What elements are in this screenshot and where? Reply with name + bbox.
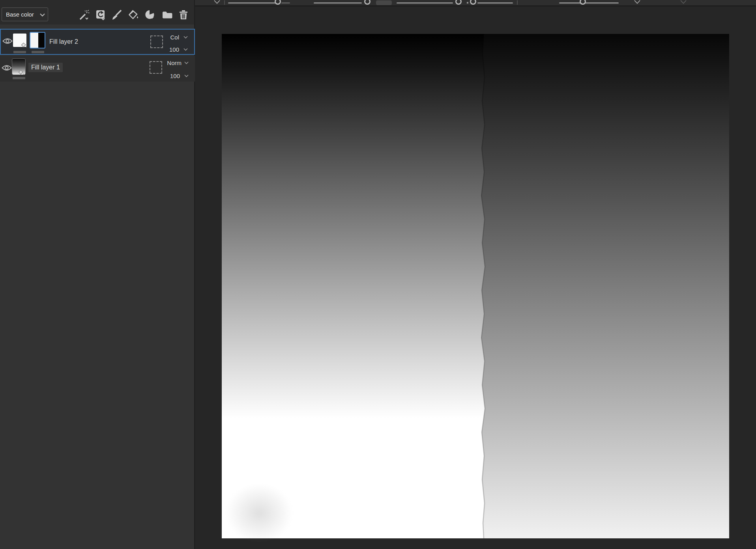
slider-track[interactable] — [228, 2, 278, 4]
toolbar-tick — [467, 2, 468, 4]
blend-mode-dropdown[interactable]: Col — [170, 34, 179, 41]
slider-knob[interactable] — [580, 0, 586, 5]
layer-row-fill-layer-1[interactable]: Fill layer 1 Norm 100 — [0, 56, 195, 82]
layer-mask-thumbnail[interactable] — [30, 32, 45, 49]
paint-brush-button[interactable] — [110, 9, 123, 21]
paint-bucket-button[interactable] — [127, 9, 140, 21]
layer-name: Fill layer 2 — [49, 38, 78, 45]
visibility-eye-icon[interactable] — [2, 64, 12, 71]
folder-icon — [161, 9, 173, 21]
layer-row-fill-layer-2[interactable]: Fill layer 2 Col 100 — [0, 29, 195, 55]
toolbar-divider — [517, 0, 518, 5]
fill-layer-badge-icon — [18, 69, 24, 76]
chevron-down-icon[interactable] — [184, 75, 189, 77]
slider-track[interactable] — [477, 2, 513, 4]
layer-name: Fill layer 1 — [28, 63, 63, 72]
mask-pie-button[interactable] — [144, 9, 156, 21]
mask-channel-bar — [32, 51, 44, 53]
channel-dropdown-value: Base color — [6, 11, 34, 18]
paint-bucket-icon — [127, 9, 139, 21]
opacity-value[interactable]: 100 — [170, 73, 180, 79]
thumbnail-channel-bar — [13, 51, 26, 53]
new-folder-button[interactable] — [161, 9, 174, 21]
slider-knob[interactable] — [275, 0, 281, 5]
toolbar-pill-button[interactable] — [376, 0, 392, 5]
visibility-eye-icon[interactable] — [2, 37, 13, 45]
chevron-down-icon — [40, 13, 45, 17]
chevron-down-icon[interactable] — [634, 0, 640, 4]
channel-dropdown[interactable]: Base color — [2, 7, 48, 21]
magic-wand-icon — [78, 9, 90, 21]
chevron-down-icon[interactable] — [214, 0, 220, 4]
material-preview-placeholder[interactable] — [150, 61, 162, 74]
blend-mode-dropdown[interactable]: Norm — [167, 60, 182, 66]
slider-track-unfilled[interactable] — [281, 2, 290, 4]
fill-effect-button[interactable] — [94, 9, 107, 21]
paint-brush-icon — [111, 9, 123, 21]
delete-layer-button[interactable] — [177, 9, 190, 21]
magic-wand-button[interactable] — [78, 9, 90, 21]
slider-knob[interactable] — [455, 0, 462, 5]
material-preview-placeholder[interactable] — [150, 35, 163, 48]
chevron-down-icon[interactable] — [183, 36, 188, 39]
layers-panel-toolbar: Base color — [0, 0, 194, 24]
thumbnail-channel-bar — [13, 77, 25, 79]
top-toolbar-strip — [195, 0, 756, 6]
slider-track[interactable] — [314, 2, 362, 4]
mask-pie-icon — [144, 9, 156, 21]
layer-thumbnail[interactable] — [12, 58, 26, 75]
paint-app-window: Base color — [0, 0, 756, 549]
layer-thumbnail[interactable] — [13, 34, 26, 47]
slider-track[interactable] — [397, 2, 453, 4]
slider-track[interactable] — [559, 2, 619, 4]
chevron-down-icon[interactable] — [184, 62, 189, 64]
brush-smudge — [226, 484, 293, 543]
fill-layer-badge-icon — [21, 42, 27, 49]
toolbar-divider — [224, 0, 225, 5]
slider-knob[interactable] — [470, 0, 476, 5]
layers-panel: Base color — [0, 0, 195, 549]
canvas-left-gradient-region — [222, 34, 498, 538]
paint-canvas[interactable] — [222, 34, 729, 538]
opacity-value[interactable]: 100 — [169, 46, 179, 53]
slider-knob[interactable] — [364, 0, 371, 5]
fill-effect-icon — [95, 9, 107, 21]
trash-icon — [178, 9, 189, 21]
chevron-down-icon[interactable] — [680, 0, 687, 4]
chevron-down-icon[interactable] — [183, 48, 188, 51]
